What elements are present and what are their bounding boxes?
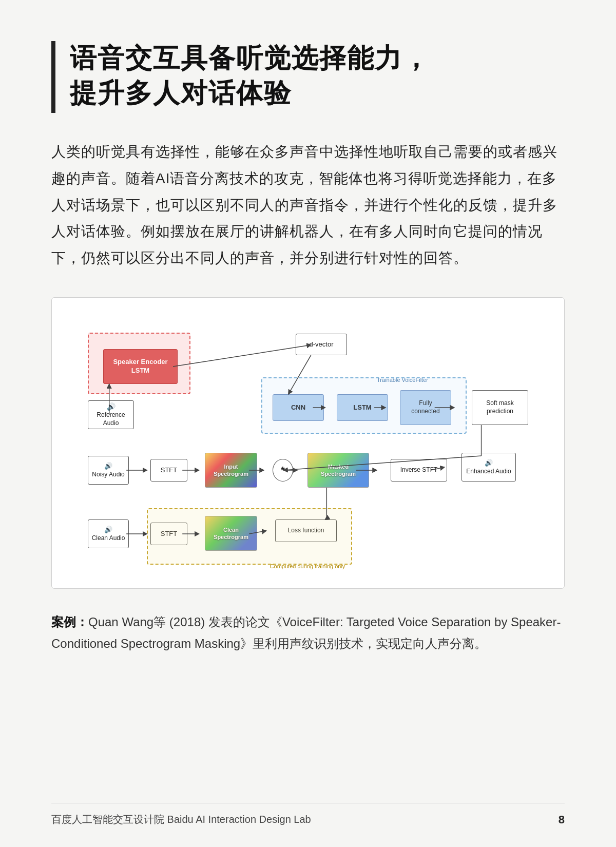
title-section: 语音交互具备听觉选择能力， 提升多人对话体验 [51,41,565,113]
svg-line-1 [173,345,311,367]
clean-audio-box: 🔊 Clean Audio [88,519,129,548]
stft1-box: STFT [150,459,187,482]
trainable-voicefilter-region [261,377,467,434]
page: 语音交互具备听觉选择能力， 提升多人对话体验 人类的听觉具有选择性，能够在众多声… [0,0,616,847]
diagram: Trained separately Speaker Encoder LSTM … [72,318,544,570]
page-title: 语音交互具备听觉选择能力， 提升多人对话体验 [70,41,430,110]
enhanced-audio-box: 🔊 Enhanced Audio [461,453,516,482]
noisy-audio-box: 🔊 Noisy Audio [88,456,129,485]
inverse-stft-box: Inverse STFT [391,459,447,482]
diagram-container: Trained separately Speaker Encoder LSTM … [51,297,565,589]
caption-text: Quan Wang等 (2018) 发表的论文《VoiceFilter: Tar… [51,615,561,650]
training-only-region [147,508,352,565]
dvector-box: d-vector [296,334,347,355]
speaker-encoder-box: Speaker Encoder LSTM [103,349,178,384]
title-line2: 提升多人对话体验 [70,78,292,108]
multiply-box: * [273,459,293,482]
reference-audio-icon: 🔊 [88,402,133,411]
reference-audio-label: Reference Audio [88,411,133,427]
caption-label: 案例： [51,615,88,629]
title-bar [51,41,55,113]
caption-section: 案例：Quan Wang等 (2018) 发表的论文《VoiceFilter: … [51,611,565,654]
soft-mask-box: Soft mask prediction [472,390,528,425]
input-spectrogram-box: Input Spectrogram [205,453,257,488]
footer: 百度人工智能交互设计院 Baidu AI Interaction Design … [51,803,565,826]
title-line1: 语音交互具备听觉选择能力， [70,43,430,73]
reference-audio-box: 🔊 Reference Audio [88,400,134,429]
body-paragraph: 人类的听觉具有选择性，能够在众多声音中选择性地听取自己需要的或者感兴趣的声音。随… [51,139,565,272]
footer-institution: 百度人工智能交互设计院 Baidu AI Interaction Design … [51,813,311,826]
masked-spectrogram-box: Masked Spectrogram [307,453,369,488]
footer-page-number: 8 [559,813,565,826]
